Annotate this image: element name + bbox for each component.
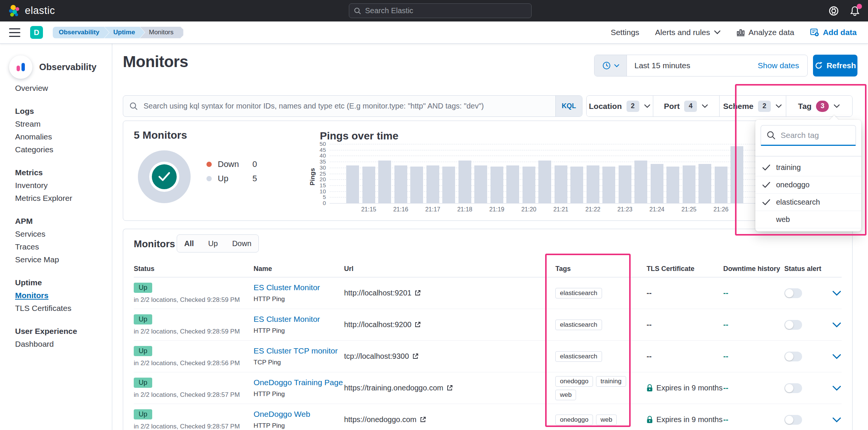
external-link-icon[interactable] [414,321,421,328]
sidebar-item-dashboard[interactable]: Dashboard [15,338,112,350]
row-expand-chevron-icon[interactable] [832,417,842,423]
tag-option-web[interactable]: web [755,211,861,228]
chart-bar [651,164,663,203]
sidebar-item-monitors[interactable]: Monitors [15,289,112,302]
monitor-name-link[interactable]: OneDoggo Web [254,410,344,419]
tag-option-onedoggo[interactable]: onedoggo [755,176,861,194]
settings-button[interactable]: Settings [611,28,639,37]
sidebar-item-overview[interactable]: Overview [15,82,112,95]
add-data-button[interactable]: Add data [810,28,857,37]
filter-label-scheme: Scheme [723,102,753,111]
help-icon[interactable] [828,5,839,17]
status-alert-toggle[interactable] [784,352,802,361]
sidebar-item-traces[interactable]: Traces [15,240,112,253]
monitors-count-title: 5 Monitors [134,129,187,141]
tag-chip-elasticsearch[interactable]: elasticsearch [555,288,602,298]
sidebar-item-services[interactable]: Services [15,228,112,240]
tag-option-label: web [776,215,790,224]
monitor-name-link[interactable]: OneDoggo Training Page [254,378,344,387]
analyze-data-button[interactable]: Analyze data [737,28,794,37]
sidebar-item-anomalies[interactable]: Anomalies [15,130,112,143]
tag-search-input[interactable]: Search tag [761,125,856,146]
tab-up[interactable]: Up [201,235,225,252]
name-cell: OneDoggo WebHTTP Ping [254,410,344,430]
status-alert-toggle[interactable] [784,288,802,298]
time-range-value[interactable]: Last 15 minutes [627,61,758,70]
lock-icon [646,384,653,392]
monitor-url[interactable]: https://training.onedoggo.com [344,384,443,392]
status-alert-toggle[interactable] [784,383,802,393]
monitor-url[interactable]: tcp://localhost:9300 [344,352,409,361]
url-cell: http://localhost:9201 [344,289,555,297]
name-cell: ES Cluster MonitorHTTP Ping [254,315,344,335]
alerts-and-rules-button[interactable]: Alerts and rules [655,28,721,37]
show-dates-link[interactable]: Show dates [758,61,807,70]
tab-down[interactable]: Down [225,235,258,252]
breadcrumb-item-observability[interactable]: Observability [53,27,109,38]
sidebar-section-metrics: Metrics [15,166,112,179]
sidebar-item-stream[interactable]: Stream [15,118,112,130]
filter-tag[interactable]: Tag3 [786,96,853,116]
chart-bar [619,165,631,203]
row-expand-chevron-icon[interactable] [832,322,842,328]
monitor-name-link[interactable]: ES Cluster Monitor [254,283,344,292]
sidebar-item-tls-certificates[interactable]: TLS Certificates [15,302,112,315]
tab-all[interactable]: All [177,235,201,252]
row-expand-chevron-icon[interactable] [832,385,842,391]
sidebar-item-service-map[interactable]: Service Map [15,253,112,266]
tag-chip-training[interactable]: training [596,376,626,387]
monitor-name-link[interactable]: ES Cluster TCP monitor [254,346,344,355]
tag-chip-elasticsearch[interactable]: elasticsearch [555,351,602,362]
monitor-url[interactable]: http://localhost:9201 [344,289,411,297]
chevron-down-icon [614,64,619,67]
global-search-input[interactable]: Search Elastic [349,3,532,18]
menu-icon[interactable] [9,28,20,37]
search-icon [766,130,776,140]
row-expand-chevron-icon[interactable] [832,290,842,296]
elastic-logo[interactable]: elastic [0,5,55,17]
sidebar-section-logs: Logs [15,105,112,118]
tag-chip-web[interactable]: web [555,390,576,400]
breadcrumb-item-monitors[interactable]: Monitors [140,27,183,38]
tag-chip-onedoggo[interactable]: onedoggo [555,376,593,387]
sidebar-item-inventory[interactable]: Inventory [15,179,112,192]
filter-port[interactable]: Port4 [653,96,720,116]
row-expand-chevron-icon[interactable] [832,353,842,360]
newsfeed-icon[interactable] [849,5,860,17]
refresh-button[interactable]: Refresh [813,55,857,77]
tag-chip-elasticsearch[interactable]: elasticsearch [555,320,602,330]
quick-select-button[interactable] [594,55,627,76]
pings-chart-title: Pings over time [320,130,399,142]
filter-location[interactable]: Location2 [587,96,653,116]
table-row: Upin 2/2 locations, Checked 9:28:56 PMES… [134,341,842,372]
sidebar-item-categories[interactable]: Categories [15,143,112,156]
tag-chip-onedoggo[interactable]: onedoggo [555,415,593,425]
tag-chip-web[interactable]: web [596,415,617,425]
chart-bar [426,165,439,203]
external-link-icon[interactable] [446,385,453,391]
column-header-url: Url [344,265,555,273]
monitor-name-link[interactable]: ES Cluster Monitor [254,315,344,324]
space-badge[interactable]: D [30,26,43,39]
status-alert-toggle[interactable] [784,415,802,425]
date-picker[interactable]: Last 15 minutes Show dates [594,55,808,77]
external-link-icon[interactable] [412,353,419,360]
external-link-icon[interactable] [420,416,426,423]
tag-option-training[interactable]: training [755,159,861,176]
x-tick-label: 21:24 [642,206,672,213]
status-badge: Up [134,346,152,356]
sidebar-item-metrics-explorer[interactable]: Metrics Explorer [15,192,112,205]
monitor-url[interactable]: https://onedoggo.com [344,415,416,424]
filter-scheme[interactable]: Scheme2 [719,96,786,116]
x-tick-label: 21:17 [418,206,448,213]
breadcrumb-item-uptime[interactable]: Uptime [104,27,145,38]
kql-badge[interactable]: KQL [555,96,582,116]
y-tick-label: 50 [311,141,326,147]
chart-bar [602,167,615,203]
monitor-url[interactable]: http://localhost:9200 [344,320,411,329]
kql-search-input[interactable]: Search using kql syntax for monitor IDs,… [123,95,582,117]
tag-option-elasticsearch[interactable]: elasticsearch [755,194,861,211]
external-link-icon[interactable] [414,290,421,296]
popover-divider [755,156,861,156]
status-alert-toggle[interactable] [784,320,802,330]
